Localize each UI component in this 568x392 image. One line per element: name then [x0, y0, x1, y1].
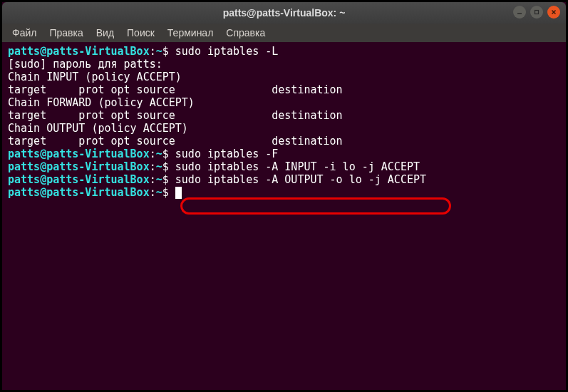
terminal-line: patts@patts-VirtualBox:~$ sudo iptables … — [8, 148, 560, 160]
prompt-path: ~ — [156, 45, 162, 58]
terminal-line: Chain INPUT (policy ACCEPT) — [8, 71, 560, 83]
svg-rect-1 — [535, 11, 539, 14]
terminal-line: patts@patts-VirtualBox:~$ — [8, 186, 560, 199]
menu-file[interactable]: Файл — [6, 26, 42, 40]
prompt-sep: : — [150, 186, 156, 199]
menu-edit[interactable]: Правка — [43, 26, 88, 40]
prompt-sep: : — [150, 45, 156, 58]
highlight-annotation — [180, 197, 451, 215]
prompt-sep: : — [150, 148, 156, 160]
maximize-icon — [534, 9, 539, 15]
window-titlebar[interactable]: patts@patts-VirtualBox: ~ — [2, 2, 566, 24]
prompt-path: ~ — [156, 186, 162, 199]
terminal-line: target prot opt source destination — [8, 135, 560, 148]
menu-help[interactable]: Справка — [220, 26, 271, 40]
prompt-sym: $ — [162, 173, 169, 186]
close-icon — [551, 9, 557, 15]
terminal-line: target prot opt source destination — [8, 109, 560, 122]
prompt-sym: $ — [162, 148, 169, 160]
prompt-path: ~ — [156, 148, 162, 160]
prompt-userhost: patts@patts-VirtualBox — [8, 148, 150, 160]
prompt-sep: : — [150, 173, 156, 186]
terminal-line: [sudo] пароль для patts: — [8, 58, 560, 71]
cursor — [175, 187, 182, 199]
prompt-sep: : — [150, 160, 156, 173]
terminal-cmd-text: sudo iptables -A INPUT -i lo -j ACCEPT — [175, 160, 420, 173]
close-button[interactable] — [547, 6, 560, 19]
terminal-window: patts@patts-VirtualBox: ~ Файл Правка Ви… — [0, 0, 568, 392]
terminal-line: Chain FORWARD (policy ACCEPT) — [8, 96, 560, 109]
menu-search[interactable]: Поиск — [121, 26, 160, 40]
prompt-path: ~ — [156, 160, 162, 173]
terminal-line: patts@patts-VirtualBox:~$ sudo iptables … — [8, 173, 560, 186]
terminal-line: Chain OUTPUT (policy ACCEPT) — [8, 122, 560, 135]
menu-terminal[interactable]: Терминал — [162, 26, 219, 40]
prompt-path: ~ — [156, 173, 162, 186]
prompt-sym: $ — [162, 186, 169, 199]
prompt-userhost: patts@patts-VirtualBox — [8, 173, 150, 186]
terminal-cmd — [169, 45, 175, 58]
menubar: Файл Правка Вид Поиск Терминал Справка — [2, 24, 566, 42]
terminal-cmd-text: sudo iptables -F — [175, 148, 279, 160]
prompt-userhost: patts@patts-VirtualBox — [8, 186, 150, 199]
prompt-sym: $ — [162, 160, 169, 173]
menu-view[interactable]: Вид — [91, 26, 120, 40]
maximize-button[interactable] — [530, 6, 543, 19]
terminal-cmd-text: sudo iptables -L — [175, 45, 279, 58]
minimize-button[interactable] — [513, 6, 526, 19]
minimize-icon — [517, 9, 522, 15]
terminal-body[interactable]: patts@patts-VirtualBox:~$ sudo iptables … — [2, 42, 566, 205]
prompt-userhost: patts@patts-VirtualBox — [8, 45, 150, 58]
terminal-line: patts@patts-VirtualBox:~$ sudo iptables … — [8, 160, 560, 173]
terminal-cmd-text: sudo iptables -A OUTPUT -o lo -j ACCEPT — [175, 173, 426, 186]
terminal-line: patts@patts-VirtualBox:~$ sudo iptables … — [8, 45, 560, 58]
window-title: patts@patts-VirtualBox: ~ — [223, 7, 346, 19]
prompt-sym: $ — [162, 45, 169, 58]
window-controls — [513, 6, 560, 19]
prompt-userhost: patts@patts-VirtualBox — [8, 160, 150, 173]
terminal-line: target prot opt source destination — [8, 83, 560, 96]
